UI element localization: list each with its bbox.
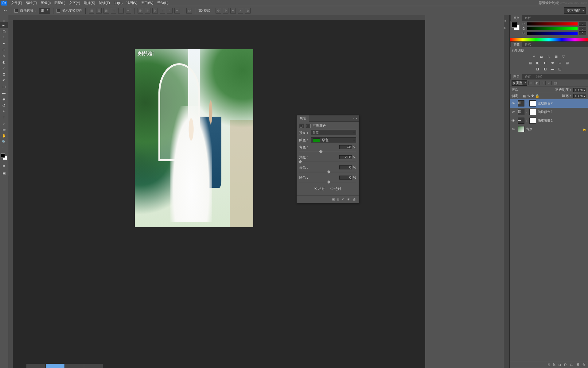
dodge-tool[interactable]: ◔	[0, 102, 8, 108]
foreground-color-swatch[interactable]	[1, 153, 5, 158]
layer-thumbnail[interactable]: ◫	[518, 100, 524, 107]
mode3d-icon[interactable]: ⊙	[216, 8, 221, 14]
mask-type-icon[interactable]: □	[306, 124, 311, 128]
workspace-switcher[interactable]: 基本功能	[564, 7, 586, 14]
channels-tab[interactable]: 通道	[522, 74, 533, 79]
edit-toolbar[interactable]: ⋯	[0, 145, 8, 151]
eraser-tool[interactable]: ◫	[0, 83, 8, 90]
visibility-toggle-icon[interactable]: 👁	[512, 102, 516, 105]
new-group-icon[interactable]: 🗀	[570, 363, 573, 366]
menu-3d[interactable]: 3D(D)	[112, 1, 124, 6]
link-layers-icon[interactable]: ⌼	[548, 363, 550, 366]
distribute-icon[interactable]: ⫠	[167, 8, 173, 14]
distribute-icon[interactable]: ⊫	[145, 8, 150, 14]
gradmap-icon[interactable]: ▬	[550, 66, 555, 71]
swatches-tab[interactable]: 色板	[522, 15, 533, 21]
posterize-icon[interactable]: ◨	[535, 66, 540, 71]
new-layer-icon[interactable]: ⊞	[576, 362, 579, 366]
layer-row[interactable]: 👁 ◫ ₈ 选取颜色 1	[510, 108, 588, 116]
rectangle-tool[interactable]: ▭	[0, 126, 8, 133]
clone-stamp-tool[interactable]: ⊻	[0, 71, 8, 77]
layer-thumbnail[interactable]: ◫	[518, 109, 524, 115]
properties-tab[interactable]: 属性	[297, 115, 309, 122]
menu-edit[interactable]: 编辑(E)	[24, 0, 39, 6]
lock-all-icon[interactable]: 🔒	[535, 94, 539, 98]
selective-icon[interactable]: ◫	[557, 66, 563, 71]
b-value[interactable]: 0	[579, 31, 586, 35]
align-icon[interactable]: ⊞	[103, 8, 109, 14]
quickmask-icon[interactable]: ◙	[0, 163, 8, 169]
cyan-slider[interactable]	[299, 150, 356, 154]
mode3d-icon[interactable]: ⤢	[238, 8, 243, 14]
visibility-toggle-icon[interactable]: 👁	[512, 119, 516, 122]
lock-pixels-icon[interactable]: ✎	[527, 94, 530, 98]
brush-tool[interactable]: ⟋	[0, 65, 8, 71]
layer-row[interactable]: 👁 ◫ ₈ 选取颜色 2	[510, 99, 588, 108]
yellow-slider[interactable]	[299, 170, 356, 174]
mode3d-icon[interactable]: ⊕	[245, 8, 251, 14]
layer-name[interactable]: 渐变映射 1	[538, 118, 553, 123]
auto-select-checkbox[interactable]	[14, 9, 18, 13]
fx-icon[interactable]: fx	[553, 363, 556, 366]
magic-wand-tool[interactable]: ✦	[0, 41, 8, 47]
filter-shape-icon[interactable]: ▱	[547, 81, 552, 85]
levels-icon[interactable]: ⚍	[539, 54, 544, 59]
current-tool-icon[interactable]: ▸+	[2, 8, 8, 14]
align-icon[interactable]: ⫞	[111, 8, 116, 14]
delete-icon[interactable]: 🗑	[353, 198, 356, 201]
paths-tab[interactable]: 路径	[534, 74, 545, 79]
colorlookup-icon[interactable]: ⊞	[557, 60, 563, 65]
document-canvas[interactable]: 皮特設計	[135, 49, 253, 227]
filter-adj-icon[interactable]: ◐	[535, 81, 539, 85]
menu-filter[interactable]: 滤镜(T)	[97, 0, 112, 6]
preset-dropdown[interactable]: 自定	[311, 130, 356, 135]
delete-layer-icon[interactable]: 🗑	[582, 363, 586, 366]
panel-grip-icon[interactable]: ⠿	[0, 20, 8, 22]
menu-layer[interactable]: 图层(L)	[53, 0, 67, 6]
threshold-icon[interactable]: ◧	[542, 66, 548, 71]
layer-thumbnail[interactable]: ▬	[518, 118, 524, 124]
r-slider[interactable]	[527, 22, 578, 25]
arrange-icon[interactable]: ▭	[186, 8, 192, 14]
canvas-workspace[interactable]: 皮特設計	[13, 20, 425, 368]
spectrum-strip[interactable]	[510, 38, 588, 41]
curves-icon[interactable]: ∿	[546, 54, 551, 59]
distribute-icon[interactable]: ⊪	[138, 8, 143, 14]
screenmode-icon[interactable]: ▣	[0, 170, 8, 176]
opacity-value[interactable]: 100%	[573, 88, 586, 92]
link-icon[interactable]: ⌼	[337, 198, 339, 201]
align-icon[interactable]: ⫠	[118, 8, 124, 14]
history-brush-tool[interactable]: ↶	[0, 77, 8, 83]
layer-mask-thumbnail[interactable]	[529, 118, 536, 124]
layer-name[interactable]: 选取颜色 1	[538, 110, 553, 114]
auto-select-dropdown[interactable]: 组	[39, 8, 50, 14]
black-slider[interactable]	[299, 180, 356, 184]
photofilter-icon[interactable]: ◐	[542, 60, 548, 65]
adjustments-tab[interactable]: 调整	[511, 42, 522, 47]
layer-mask-thumbnail[interactable]	[529, 100, 536, 107]
color-tab[interactable]: 颜色	[511, 15, 522, 21]
reset-icon[interactable]: ↶	[342, 197, 345, 201]
collapse-icon[interactable]: «	[353, 117, 355, 120]
fill-value[interactable]: 100%	[573, 94, 586, 98]
hue-icon[interactable]: ▦	[528, 60, 533, 65]
brightness-icon[interactable]: ☀	[531, 54, 537, 59]
invert-icon[interactable]: ▦	[564, 60, 570, 65]
fg-bg-swatches[interactable]	[512, 22, 520, 31]
menu-help[interactable]: 帮助(H)	[155, 0, 170, 6]
move-tool[interactable]: ▸+	[0, 22, 8, 28]
type-tool[interactable]: T	[0, 114, 8, 120]
blend-mode-dropdown[interactable]: 正常	[512, 87, 531, 92]
cyan-value[interactable]: -28	[339, 145, 352, 149]
relative-radio[interactable]: 相对	[314, 187, 325, 191]
distribute-icon[interactable]: ⫟	[174, 8, 180, 14]
marquee-tool[interactable]: ▢	[0, 28, 8, 34]
layers-tab[interactable]: 图层	[511, 74, 522, 79]
layer-mask-thumbnail[interactable]	[529, 109, 536, 115]
distribute-icon[interactable]: ⫞	[160, 8, 165, 14]
lock-position-icon[interactable]: ✥	[531, 94, 534, 98]
layer-row[interactable]: 👁 ▬ ₈ 渐变映射 1	[510, 116, 588, 125]
yellow-value[interactable]: 0	[339, 165, 352, 169]
menu-select[interactable]: 选择(S)	[82, 0, 97, 6]
eyedropper-tool[interactable]: ✎	[0, 53, 8, 59]
